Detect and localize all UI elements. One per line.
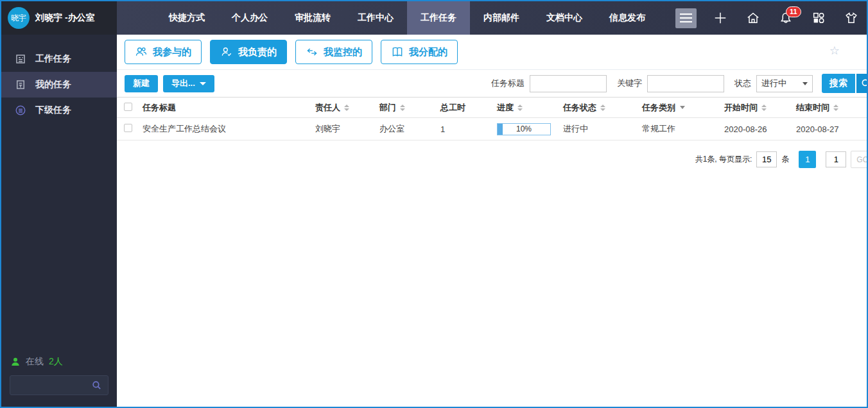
cell-total-hours: 1 [440,124,497,134]
filter-tab-monitoring[interactable]: 我监控的 [295,40,372,64]
page-size-input[interactable] [756,151,777,167]
task-title-input[interactable] [530,75,607,92]
document-icon [15,79,26,90]
theme-shirt-icon[interactable] [844,11,858,25]
main-content: 我参与的 我负责的 我监控的 我分配的 ☆ 新建 [117,35,867,407]
menu-hamburger-icon[interactable] [675,8,697,28]
search-icon[interactable] [91,380,102,391]
nav-tab-personal-office[interactable]: 个人办公 [218,1,281,35]
toolbar: 新建 导出... 任务标题 关键字 状态 进行中 搜索 [117,70,867,97]
cell-department: 办公室 [379,123,440,135]
status-label: 状态 [734,78,751,89]
filter-tab-assigned[interactable]: 我分配的 [381,40,458,64]
export-button[interactable]: 导出... [163,75,214,92]
apps-grid-icon[interactable] [812,11,826,25]
col-progress[interactable]: 进度 [497,102,563,114]
progress-bar: 10% [497,123,551,135]
col-task-status[interactable]: 任务状态 [563,102,642,114]
go-button[interactable]: GO [851,151,867,168]
app-window: 晓宇 刘晓宇 -办公室 快捷方式 个人办公 审批流转 工作中心 工作任务 内部邮… [1,1,867,407]
filter-tab-responsible[interactable]: 我负责的 [210,40,287,64]
home-icon[interactable] [746,11,760,25]
sidebar-item-my-tasks[interactable]: 我的任务 [1,72,117,98]
select-all-checkbox[interactable] [124,103,132,111]
row-checkbox[interactable] [124,124,132,132]
page-size-unit: 条 [781,154,789,165]
col-start-date[interactable]: 开始时间 [724,102,796,114]
sidebar-item-work-tasks[interactable]: 工作任务 [1,46,117,72]
add-icon[interactable] [713,11,727,25]
person-check-icon [220,46,233,58]
nav-items: 快捷方式 个人办公 审批流转 工作中心 工作任务 内部邮件 文档中心 信息发布 [155,1,659,35]
filter-tab-participating[interactable]: 我参与的 [125,40,202,64]
progress-fill [498,124,503,135]
filter-tab-label: 我参与的 [153,46,191,58]
cell-start-date: 2020-08-26 [724,124,796,134]
status-select[interactable]: 进行中 [756,75,813,92]
sort-icon[interactable] [344,105,349,111]
cell-task-category: 常规工作 [642,123,724,135]
sort-icon[interactable] [761,105,767,111]
col-end-date[interactable]: 结束时间 [796,102,867,114]
chevron-down-icon [200,82,206,85]
nav-tab-shortcuts[interactable]: 快捷方式 [155,1,218,35]
favorite-star-icon[interactable]: ☆ [829,45,840,56]
sort-icon[interactable] [517,105,523,111]
book-icon [391,46,404,58]
table-row[interactable]: 安全生产工作总结会议 刘晓宇 办公室 1 10% 进行中 常规工作 2020-0… [117,118,867,140]
sidebar-item-subordinate-tasks[interactable]: 下级任务 [1,98,117,123]
pagination-summary: 共1条, 每页显示: [695,154,752,165]
col-total-hours[interactable]: 总工时 [440,102,497,114]
sidebar-item-label: 工作任务 [35,53,71,65]
pagination: 共1条, 每页显示: 条 1 GO [117,151,867,168]
col-owner[interactable]: 责任人 [315,102,379,114]
notifications-bell-icon[interactable]: 11 [779,11,793,25]
online-status: 在线 2人 [1,356,117,368]
nav-tab-work-center[interactable]: 工作中心 [344,1,407,35]
avatar[interactable]: 晓宇 [8,7,30,29]
cell-progress: 10% [497,123,563,135]
online-user-icon [10,357,21,367]
new-button[interactable]: 新建 [125,75,158,92]
sort-icon[interactable] [833,105,838,111]
progress-label: 10% [516,124,532,133]
chevron-down-icon [803,82,808,85]
col-task-title[interactable]: 任务标题 [143,102,315,114]
sidebar-item-label: 下级任务 [35,105,71,116]
nav-tab-internal-mail[interactable]: 内部邮件 [470,1,533,35]
notification-badge: 11 [786,6,801,17]
status-value: 进行中 [761,78,786,89]
cell-task-title[interactable]: 安全生产工作总结会议 [143,123,315,135]
filter-tabs: 我参与的 我负责的 我监控的 我分配的 ☆ [117,35,867,70]
col-department[interactable]: 部门 [379,102,440,114]
search-icon [860,78,867,89]
sidebar-search-input[interactable] [10,375,108,395]
top-header: 晓宇 刘晓宇 -办公室 快捷方式 个人办公 审批流转 工作中心 工作任务 内部邮… [1,1,867,35]
online-count: 2人 [49,356,63,368]
sort-icon[interactable] [600,105,605,111]
nav-tab-document-center[interactable]: 文档中心 [533,1,596,35]
page-jump-input[interactable] [826,151,846,167]
keyword-input[interactable] [647,75,724,92]
user-menu[interactable]: 晓宇 刘晓宇 -办公室 [1,1,117,35]
circle-list-icon [15,105,26,116]
nav-tab-info-publish[interactable]: 信息发布 [596,1,659,35]
nav-tab-work-tasks[interactable]: 工作任务 [407,1,470,35]
nav-tab-approval-flow[interactable]: 审批流转 [281,1,344,35]
transfer-arrows-icon [306,46,318,58]
filter-dropdown-icon[interactable] [680,106,685,109]
keyword-label: 关键字 [617,78,642,89]
current-page-button[interactable]: 1 [799,151,816,168]
filter-tab-label: 我负责的 [238,46,277,58]
online-label: 在线 [26,356,44,368]
filter-tab-label: 我监控的 [324,46,362,58]
cell-end-date: 2020-08-27 [796,124,867,134]
form-icon [15,53,26,65]
cell-task-status: 进行中 [563,123,642,135]
header-icons: 11 [697,1,868,35]
sort-icon[interactable] [400,105,405,111]
search-icon-button[interactable] [856,74,867,93]
main-navbar: 快捷方式 个人办公 审批流转 工作中心 工作任务 内部邮件 文档中心 信息发布 [117,1,868,35]
search-button[interactable]: 搜索 [822,74,855,93]
col-task-category[interactable]: 任务类别 [642,102,724,114]
